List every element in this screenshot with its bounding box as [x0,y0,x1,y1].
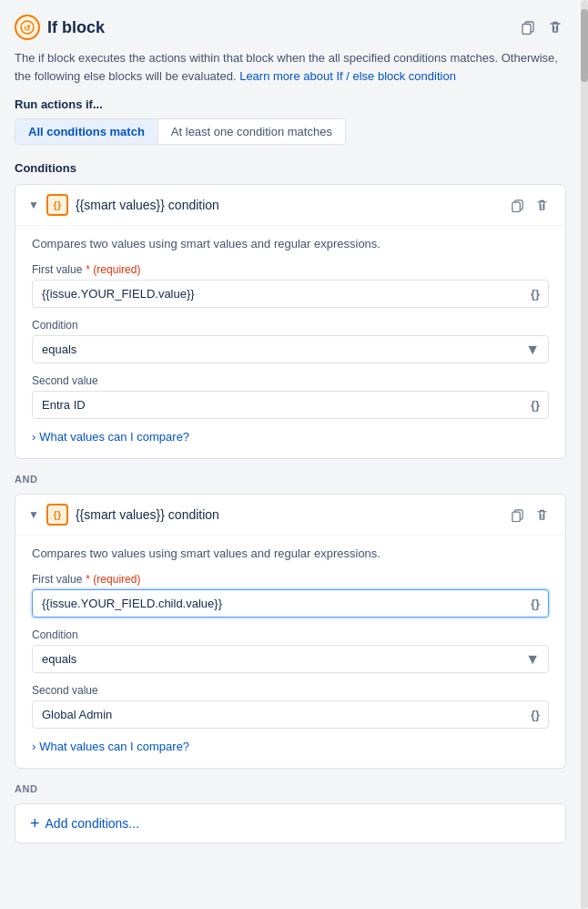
if-block-icon: ↺ [15,15,40,40]
second-value-group-1: Second value {} [32,374,549,419]
first-value-group-2: First value * (required) {} [32,573,549,618]
second-value-label-2: Second value [32,684,549,697]
first-value-input-2[interactable] [32,589,549,618]
scrollbar-thumb [581,9,588,82]
conditions-section-title: Conditions [15,161,566,175]
condition-card-header-1[interactable]: ▼ {} {{smart values}} condition [15,185,565,225]
header-actions [517,16,566,38]
svg-rect-7 [512,512,520,521]
learn-more-link[interactable]: Learn more about If / else block conditi… [239,69,456,83]
condition-delete-button-1[interactable] [532,195,553,216]
condition-name-2: {{smart values}} condition [76,507,219,522]
add-conditions-label: Add conditions... [46,816,140,831]
chevron-down-icon-2: ▼ [28,508,39,521]
and-separator-1: AND [15,465,566,494]
condition-badge-2: {} [46,504,68,526]
condition-name-1: {{smart values}} condition [76,198,219,212]
condition-badge-1: {} [46,194,68,216]
condition-body-2: Compares two values using smart values a… [15,535,565,768]
condition-copy-button-1[interactable] [507,195,528,216]
condition-copy-button-2[interactable] [507,505,528,526]
second-value-group-2: Second value {} [32,684,549,729]
second-value-input-1[interactable] [32,391,549,419]
block-header: ↺ If block [15,15,566,40]
and-separator-2: AND [15,774,566,803]
condition-card-2: ▼ {} {{smart values}} condition [15,494,566,769]
scrollbar[interactable] [581,0,588,909]
first-value-input-1[interactable] [32,280,549,308]
first-value-group-1: First value * (required) {} [32,263,549,308]
condition-select-group-2: Condition equals not equals contains not… [32,628,549,673]
condition-select-group-1: Condition equals not equals contains not… [32,319,549,363]
condition-select-label-2: Condition [32,628,549,641]
svg-rect-3 [522,25,531,35]
what-values-link-1[interactable]: › What values can I compare? [32,430,189,444]
condition-description-2: Compares two values using smart values a… [32,546,549,560]
condition-card-header-2[interactable]: ▼ {} {{smart values}} condition [15,495,565,535]
condition-select-2[interactable]: equals not equals contains not contains … [32,645,549,673]
condition-card-1: ▼ {} {{smart values}} condition [15,184,566,459]
first-value-label-2: First value * (required) [32,573,549,586]
conditions-toggle-group: All conditions match At least one condit… [15,118,346,145]
condition-body-1: Compares two values using smart values a… [15,225,565,458]
second-value-label-1: Second value [32,374,549,387]
second-value-input-2[interactable] [32,700,549,729]
svg-rect-5 [512,202,520,211]
toggle-one-condition[interactable]: At least one condition matches [158,119,345,144]
chevron-down-icon-1: ▼ [28,199,39,211]
what-values-link-2[interactable]: › What values can I compare? [32,740,189,753]
add-icon: + [30,815,40,832]
svg-text:↺: ↺ [24,24,31,33]
block-header-left: ↺ If block [15,15,105,40]
condition-select-1[interactable]: equals not equals contains not contains … [32,335,549,363]
block-title: If block [47,18,105,37]
toggle-all-conditions[interactable]: All conditions match [15,119,158,144]
condition-delete-button-2[interactable] [532,505,553,526]
first-value-label-1: First value * (required) [32,263,549,276]
condition-description-1: Compares two values using smart values a… [32,237,549,250]
copy-button[interactable] [517,16,539,38]
delete-button[interactable] [544,16,566,38]
block-description: The if block executes the actions within… [15,49,566,85]
run-actions-label: Run actions if... [15,97,566,111]
add-conditions-button[interactable]: + Add conditions... [15,803,566,843]
condition-select-label-1: Condition [32,319,549,332]
